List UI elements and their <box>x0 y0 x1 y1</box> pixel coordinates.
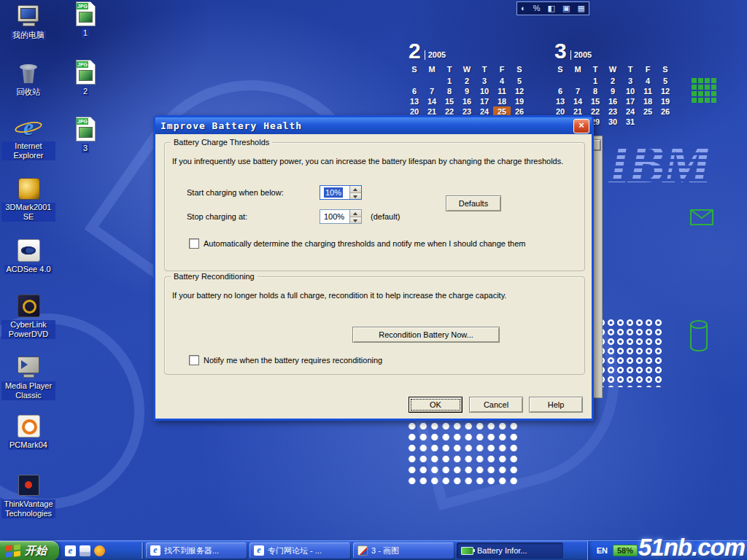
calendar-date <box>406 76 423 86</box>
battery-indicator[interactable]: 58% <box>613 545 638 556</box>
group-description: If your battery no longer holds a full c… <box>172 290 574 300</box>
desktop-icon-label: 回收站 <box>15 88 42 97</box>
checkbox-label: Notify me when the battery requires reco… <box>204 356 382 365</box>
powerdvd-icon <box>16 293 41 318</box>
calendar-date: 7 <box>569 86 587 96</box>
calendar-date: 19 <box>511 96 528 106</box>
calendar-date: 16 <box>458 96 476 106</box>
notify-reconditioning-checkbox[interactable]: Notify me when the battery requires reco… <box>189 355 568 365</box>
cylinder-icon <box>689 319 709 357</box>
calendar-date: 6 <box>551 86 569 96</box>
recondition-battery-button[interactable]: Recondition Battery Now... <box>352 327 500 343</box>
utility-toolbar[interactable]: ◐ % ◧ ▣ ▦ <box>516 1 589 15</box>
language-indicator[interactable]: EN <box>597 546 608 555</box>
calendar-date: 4 <box>639 76 657 86</box>
checkbox-icon[interactable] <box>189 238 199 249</box>
thinkvantage-icon <box>16 472 41 497</box>
quick-launch: e <box>59 545 112 556</box>
calendar-date: 7 <box>423 86 441 96</box>
desktop-icon-thinkvantage[interactable]: ThinkVantage Technologies <box>1 472 55 518</box>
calendar-date: 14 <box>423 96 441 106</box>
group-title: Battery Charge Thresholds <box>171 138 272 147</box>
spinner-down-icon[interactable] <box>350 193 361 200</box>
taskbar-task-forum[interactable]: e 专门网论坛 - ... <box>249 542 350 559</box>
desktop-icon-jpg-3[interactable]: JPG 3 <box>58 117 112 153</box>
desktop-icon-label: Media Player Classic <box>1 381 55 400</box>
pen-icon[interactable]: ◧ <box>548 3 555 14</box>
desktop-icon-recycle-bin[interactable]: 回收站 <box>1 61 55 97</box>
calendar-date: 6 <box>406 86 423 96</box>
calendar-february: 2 2005 SMTWTFS12345678910111213141516171… <box>406 39 531 117</box>
start-charging-spinner[interactable]: 10% <box>320 185 362 200</box>
dialog-title-bar[interactable]: Improve Battery Health × <box>155 117 592 134</box>
dot-ring-pattern <box>597 318 665 387</box>
desktop-icon-jpg-1[interactable]: JPG 1 <box>58 1 112 38</box>
calendar-date: 4 <box>493 76 511 86</box>
clock-icon[interactable]: ◐ <box>521 3 526 14</box>
calendar-month-header: 3 2005 <box>554 39 677 61</box>
calendar-year: 2005 <box>425 50 446 60</box>
calendar-date: 26 <box>657 106 674 117</box>
cancel-button[interactable]: Cancel <box>469 397 523 413</box>
start-button[interactable]: 开始 <box>0 541 59 560</box>
calendar-day-header: W <box>604 65 622 76</box>
acdsee-icon <box>16 238 41 262</box>
spinner-up-icon[interactable] <box>350 186 361 193</box>
spinner-up-icon[interactable] <box>350 210 361 217</box>
calendar-date: 12 <box>511 86 528 96</box>
calendar-day-header: S <box>657 65 674 76</box>
calendar-date: 17 <box>622 96 639 106</box>
calendar-date: 13 <box>406 96 423 106</box>
calendar-day-header: W <box>458 65 476 76</box>
quicklaunch-mail-icon[interactable] <box>80 545 90 556</box>
envelope-icon <box>690 209 713 228</box>
paint-icon <box>357 545 368 556</box>
desktop-icon-acdsee[interactable]: ACDSee 4.0 <box>1 238 55 274</box>
desktop-icon-my-computer[interactable]: 我的电脑 <box>1 4 55 40</box>
desktop-icon-internet-explorer[interactable]: e Internet Explorer <box>1 114 55 160</box>
dot-pattern <box>406 421 521 488</box>
auto-determine-checkbox[interactable]: Automatically determine the charging thr… <box>189 238 568 249</box>
calendar-date: 10 <box>622 86 639 96</box>
taskbar-divider <box>142 542 143 559</box>
calendar-date <box>423 76 441 86</box>
ibm-logo: IBM <box>608 136 710 191</box>
calendar-date: 11 <box>639 86 657 96</box>
stop-charging-spinner[interactable]: 100% <box>320 209 362 224</box>
help-button[interactable]: Help <box>529 397 583 413</box>
internet-explorer-icon: e <box>16 114 41 139</box>
taskbar-task-server-not-found[interactable]: e 找不到服务器... <box>146 542 247 559</box>
battery-reconditioning-group: Battery Reconditioning If your battery n… <box>164 276 585 375</box>
desktop-icon-jpg-2[interactable]: JPG 2 <box>58 60 112 96</box>
ok-button[interactable]: OK <box>409 397 462 413</box>
taskbar-task-paint[interactable]: 3 - 画图 <box>353 542 454 559</box>
close-icon[interactable]: × <box>573 119 589 133</box>
calendar-date: 2 <box>604 76 622 86</box>
desktop-icon-label: 3DMark2001 SE <box>1 203 55 222</box>
calendar-date: 9 <box>604 86 622 96</box>
taskbar-task-battery-information[interactable]: Battery Infor... <box>457 542 563 559</box>
checkbox-icon[interactable] <box>189 355 199 365</box>
desktop-icon-3dmark2001[interactable]: 3DMark2001 SE <box>1 176 55 222</box>
desktop-icon-label: 3 <box>82 144 89 153</box>
quicklaunch-media-icon[interactable] <box>94 545 105 556</box>
quicklaunch-ie-icon[interactable]: e <box>65 545 76 556</box>
keyboard-icon[interactable]: ▦ <box>578 3 585 14</box>
defaults-button[interactable]: Defaults <box>446 195 501 211</box>
spinner-down-icon[interactable] <box>350 217 361 224</box>
percent-icon[interactable]: % <box>533 3 541 14</box>
desktop-icon-media-player-classic[interactable]: Media Player Classic <box>1 354 55 400</box>
desktop-icon-powerdvd[interactable]: CyberLink PowerDVD <box>1 293 55 339</box>
notes-icon[interactable]: ▣ <box>562 3 570 14</box>
calendar-date <box>639 117 657 127</box>
calendar-day-header: F <box>493 65 511 76</box>
desktop: IBM ◐ % ◧ ▣ ▦ 2 2005 SMTWTFS123456789101… <box>0 0 747 560</box>
calendar-day-header: T <box>622 65 639 76</box>
battery-icon <box>461 547 473 555</box>
calendar-day-header: S <box>406 65 423 76</box>
media-player-classic-icon <box>16 354 41 379</box>
calendar-date: 3 <box>622 76 639 86</box>
group-title: Battery Reconditioning <box>171 272 258 281</box>
checkbox-label: Automatically determine the charging thr… <box>204 239 525 249</box>
desktop-icon-pcmark04[interactable]: PCMark04 <box>1 413 55 450</box>
